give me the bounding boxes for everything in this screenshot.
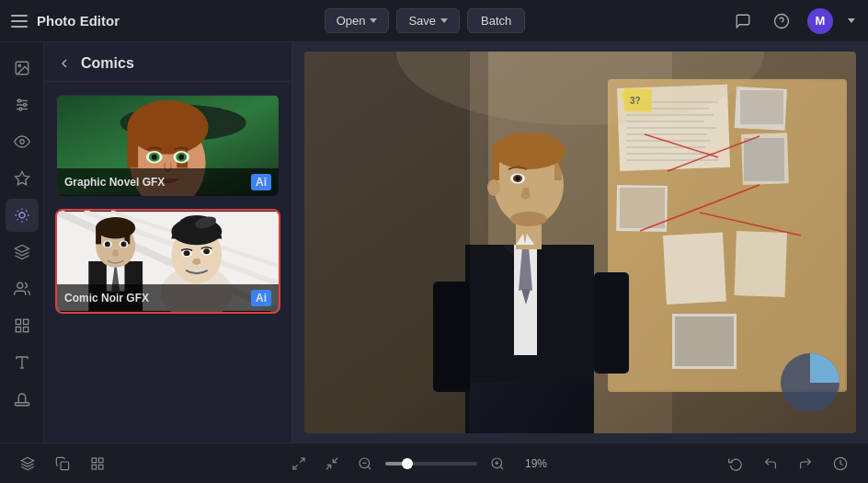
sidebar-item-image[interactable] [6, 52, 39, 85]
svg-rect-17 [16, 328, 20, 332]
ai-badge-graphic-novel: Ai [251, 174, 271, 190]
svg-point-111 [510, 212, 547, 226]
panel-header: Comics [44, 42, 291, 82]
bottombar-duplicate-icon[interactable] [50, 451, 75, 477]
bottombar-expand-icon[interactable] [286, 451, 312, 477]
effect-card-label-graphic-novel: Graphic Novel GFX Ai [57, 168, 279, 196]
svg-point-26 [127, 100, 208, 155]
svg-line-130 [500, 466, 503, 469]
avatar-chevron-icon[interactable] [846, 8, 857, 34]
svg-rect-45 [96, 226, 101, 245]
open-button[interactable]: Open [325, 8, 390, 33]
sidebar-item-filters[interactable] [6, 199, 39, 232]
svg-point-12 [19, 213, 25, 218]
bottombar-undo-icon[interactable] [758, 451, 783, 477]
panel: Comics [44, 42, 292, 443]
svg-point-7 [17, 99, 20, 102]
avatar[interactable]: M [807, 8, 833, 34]
sidebar-item-text[interactable] [6, 346, 39, 379]
svg-marker-11 [15, 172, 29, 185]
topbar-left: Photo Editor [11, 13, 120, 29]
svg-rect-105 [492, 148, 499, 180]
menu-icon[interactable] [11, 15, 28, 28]
svg-rect-87 [663, 233, 726, 305]
svg-point-34 [178, 155, 184, 160]
sidebar-item-view[interactable] [6, 125, 39, 158]
bottombar: 19% [0, 443, 868, 483]
sidebar-item-grid[interactable] [6, 309, 39, 342]
svg-point-110 [516, 177, 520, 181]
svg-rect-18 [23, 328, 28, 332]
svg-point-33 [152, 155, 157, 160]
open-chevron-icon [370, 18, 377, 23]
save-button[interactable]: Save [396, 8, 460, 33]
svg-line-123 [293, 465, 298, 469]
canvas-image: 3? [304, 52, 856, 433]
app-title: Photo Editor [37, 13, 120, 29]
topbar: Photo Editor Open Save Batch M [0, 0, 868, 42]
svg-rect-16 [23, 319, 28, 324]
bottombar-center: 19% [286, 451, 547, 477]
sidebar-item-people[interactable] [6, 272, 39, 305]
svg-rect-82 [620, 188, 665, 228]
svg-point-107 [487, 179, 500, 196]
svg-rect-21 [15, 403, 29, 406]
back-button[interactable] [57, 56, 72, 71]
bottombar-grid-icon[interactable] [85, 451, 110, 477]
bottombar-zoom-out-icon[interactable] [352, 451, 378, 477]
svg-rect-90 [675, 316, 734, 366]
panel-title: Comics [81, 55, 134, 72]
effect-card-comic-noir[interactable]: Comic Noir GFX Ai [55, 209, 280, 314]
svg-point-58 [184, 250, 190, 256]
svg-rect-117 [61, 462, 69, 470]
batch-button[interactable]: Batch [467, 8, 525, 33]
bottombar-redo-icon[interactable] [793, 451, 818, 477]
svg-rect-106 [554, 148, 562, 180]
bottombar-layers-icon[interactable] [15, 451, 40, 477]
svg-rect-114 [304, 52, 470, 433]
svg-marker-116 [21, 457, 33, 464]
zoom-slider[interactable] [385, 462, 477, 466]
svg-point-49 [105, 241, 110, 247]
bottombar-left [15, 451, 110, 477]
svg-rect-88 [735, 231, 787, 297]
svg-point-59 [203, 248, 210, 254]
svg-line-125 [333, 458, 337, 463]
bottombar-zoom-in-icon[interactable] [485, 451, 510, 477]
canvas-area: 3? [292, 42, 868, 443]
svg-rect-78 [740, 90, 783, 124]
sidebar-item-stamp[interactable] [6, 383, 39, 416]
svg-point-50 [121, 241, 127, 247]
svg-rect-101 [594, 272, 629, 374]
topbar-right: M [730, 8, 857, 34]
help-icon[interactable] [769, 8, 794, 34]
svg-rect-120 [92, 465, 97, 469]
svg-rect-118 [92, 458, 97, 463]
chat-icon[interactable] [730, 8, 756, 34]
ai-badge-comic-noir: Ai [251, 290, 271, 306]
svg-point-9 [19, 108, 22, 110]
bottombar-right [723, 451, 853, 477]
zoom-percent: 19% [518, 457, 547, 470]
svg-rect-119 [98, 458, 103, 463]
svg-point-8 [23, 104, 26, 107]
sidebar [0, 42, 44, 443]
bottombar-reset-icon[interactable] [723, 451, 748, 477]
svg-rect-80 [744, 138, 784, 181]
svg-line-122 [300, 458, 304, 463]
svg-point-14 [17, 282, 22, 288]
bottombar-shrink-icon[interactable] [319, 451, 345, 477]
svg-line-127 [368, 466, 371, 469]
sidebar-item-adjustments[interactable] [6, 88, 39, 121]
svg-rect-15 [16, 319, 20, 324]
zoom-slider-thumb[interactable] [402, 458, 413, 469]
zoom-slider-fill [385, 462, 404, 466]
svg-point-10 [19, 140, 24, 144]
main: Comics [0, 42, 868, 443]
sidebar-item-effects[interactable] [6, 162, 39, 195]
svg-point-0 [775, 14, 789, 28]
sidebar-item-layers[interactable] [6, 236, 39, 269]
svg-rect-27 [127, 127, 138, 167]
bottombar-history-icon[interactable] [828, 451, 853, 477]
effect-card-graphic-novel[interactable]: Graphic Novel GFX Ai [55, 93, 280, 198]
